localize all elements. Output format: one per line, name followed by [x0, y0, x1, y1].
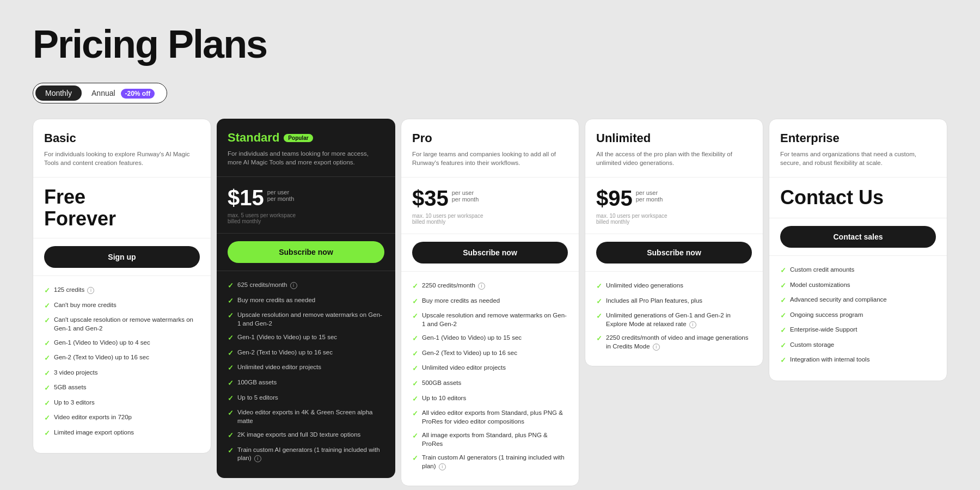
plan-header-basic: Basic For individuals looking to explore… — [33, 119, 211, 177]
check-icon: ✓ — [44, 413, 50, 423]
plan-cta-basic: Sign up — [33, 238, 211, 276]
check-icon: ✓ — [44, 369, 50, 378]
plan-desc-pro: For large teams and companies looking to… — [412, 150, 568, 167]
plan-cta-unlimited: Subscribe now — [585, 234, 763, 272]
plan-cta-enterprise: Contact sales — [769, 218, 947, 256]
check-icon: ✓ — [228, 363, 234, 373]
feature-item: ✓ Unlimited video generations — [596, 281, 752, 291]
info-icon[interactable]: i — [87, 287, 94, 294]
check-icon: ✓ — [228, 296, 234, 306]
check-icon: ✓ — [412, 364, 418, 373]
info-icon[interactable]: i — [689, 321, 696, 328]
feature-item: ✓ 125 credits i — [44, 286, 200, 296]
feature-item: ✓ Gen-2 (Text to Video) up to 16 sec — [228, 348, 384, 358]
check-icon: ✓ — [228, 281, 234, 291]
check-icon: ✓ — [44, 316, 50, 326]
check-icon: ✓ — [44, 399, 50, 408]
check-icon: ✓ — [412, 409, 418, 419]
check-icon: ✓ — [412, 297, 418, 307]
plan-features-pro: ✓ 2250 credits/month i ✓ Buy more credit… — [401, 272, 579, 486]
monthly-toggle[interactable]: Monthly — [35, 85, 82, 101]
check-icon: ✓ — [412, 281, 418, 291]
check-icon: ✓ — [780, 311, 786, 321]
check-icon: ✓ — [780, 356, 786, 365]
check-icon: ✓ — [44, 428, 50, 438]
cta-button-standard[interactable]: Subscribe now — [228, 241, 384, 263]
feature-item: ✓ Unlimited generations of Gen-1 and Gen… — [596, 311, 752, 328]
check-icon: ✓ — [412, 431, 418, 441]
feature-item: ✓ 5GB assets — [44, 383, 200, 393]
cta-button-unlimited[interactable]: Subscribe now — [596, 242, 752, 264]
contact-price: Contact Us — [780, 186, 936, 209]
feature-item: ✓ Buy more credits as needed — [412, 297, 568, 307]
feature-item: ✓ All image exports from Standard, plus … — [412, 431, 568, 448]
feature-item: ✓ Video editor exports in 720p — [44, 413, 200, 423]
price-amount: $15 — [228, 186, 264, 210]
cta-button-basic[interactable]: Sign up — [44, 246, 200, 268]
plan-name-unlimited: Unlimited — [596, 131, 651, 145]
annual-toggle[interactable]: Annual -20% off — [82, 85, 164, 101]
check-icon: ✓ — [228, 408, 234, 418]
feature-item: ✓ Ongoing success program — [780, 311, 936, 321]
plan-price-basic: FreeForever — [33, 177, 211, 238]
discount-badge: -20% off — [121, 89, 155, 99]
info-icon[interactable]: i — [254, 455, 261, 462]
feature-item: ✓ 2250 credits/month i — [412, 281, 568, 291]
check-icon: ✓ — [596, 334, 602, 344]
info-icon[interactable]: i — [478, 283, 485, 290]
price-note: max. 5 users per workspacebilled monthly — [228, 212, 384, 224]
plan-card-pro: Pro For large teams and companies lookin… — [401, 119, 579, 486]
popular-badge: Popular — [284, 134, 313, 142]
page-title: Pricing Plans — [33, 22, 947, 66]
plan-header-enterprise: Enterprise For teams and organizations t… — [769, 119, 947, 177]
feature-item: ✓ Custom credit amounts — [780, 266, 936, 275]
plan-name-standard: Standard — [228, 131, 279, 145]
feature-item: ✓ Buy more credits as needed — [228, 296, 384, 306]
check-icon: ✓ — [596, 281, 602, 291]
feature-item: ✓ Train custom AI generators (1 training… — [412, 454, 568, 470]
info-icon[interactable]: i — [439, 463, 446, 470]
feature-item: ✓ Gen-1 (Video to Video) up to 15 sec — [228, 333, 384, 343]
price-note: max. 10 users per workspacebilled monthl… — [596, 213, 752, 225]
feature-item: ✓ 625 credits/month i — [228, 281, 384, 291]
info-icon[interactable]: i — [290, 282, 297, 289]
plan-features-enterprise: ✓ Custom credit amounts ✓ Model customiz… — [769, 256, 947, 381]
feature-item: ✓ Limited image export options — [44, 428, 200, 438]
plan-name-pro: Pro — [412, 131, 432, 145]
check-icon: ✓ — [228, 431, 234, 440]
feature-item: ✓ Up to 3 editors — [44, 399, 200, 408]
feature-item: ✓ All video editor exports from Standard… — [412, 409, 568, 426]
info-icon[interactable]: i — [653, 344, 660, 351]
feature-item: ✓ Custom storage — [780, 341, 936, 351]
feature-item: ✓ 100GB assets — [228, 378, 384, 388]
plan-card-enterprise: Enterprise For teams and organizations t… — [769, 119, 947, 381]
check-icon: ✓ — [228, 394, 234, 403]
feature-item: ✓ Can't buy more credits — [44, 301, 200, 311]
plan-cta-standard: Subscribe now — [217, 234, 395, 271]
feature-item: ✓ Up to 5 editors — [228, 394, 384, 403]
price-amount: $35 — [412, 186, 449, 211]
plan-name-basic: Basic — [44, 131, 76, 145]
check-icon: ✓ — [228, 333, 234, 343]
feature-item: ✓ Unlimited video editor projects — [412, 364, 568, 373]
cta-button-enterprise[interactable]: Contact sales — [780, 226, 936, 248]
feature-item: ✓ Upscale resolution and remove watermar… — [228, 311, 384, 328]
plan-header-pro: Pro For large teams and companies lookin… — [401, 119, 579, 177]
cta-button-pro[interactable]: Subscribe now — [412, 242, 568, 264]
plan-name-enterprise: Enterprise — [780, 131, 840, 145]
plan-header-unlimited: Unlimited All the access of the pro plan… — [585, 119, 763, 177]
plan-desc-standard: For individuals and teams looking for mo… — [228, 149, 384, 167]
check-icon: ✓ — [228, 378, 234, 388]
check-icon: ✓ — [412, 334, 418, 344]
feature-item: ✓ 2K image exports and full 3D texture o… — [228, 431, 384, 440]
check-icon: ✓ — [780, 266, 786, 275]
plan-card-unlimited: Unlimited All the access of the pro plan… — [585, 119, 763, 366]
feature-item: ✓ Model customizations — [780, 281, 936, 291]
feature-item: ✓ Gen-1 (Video to Video) up to 15 sec — [412, 334, 568, 344]
billing-toggle[interactable]: Monthly Annual -20% off — [33, 83, 167, 103]
check-icon: ✓ — [780, 281, 786, 291]
plan-desc-enterprise: For teams and organizations that need a … — [780, 150, 936, 167]
check-icon: ✓ — [780, 341, 786, 351]
check-icon: ✓ — [228, 348, 234, 358]
feature-item: ✓ 2250 credits/month of video and image … — [596, 334, 752, 351]
